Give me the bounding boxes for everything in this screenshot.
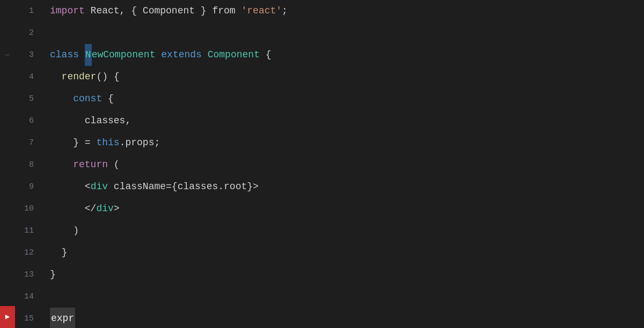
token: [155, 44, 161, 66]
line-num-11: 11: [23, 220, 34, 242]
line-num-6: 6: [23, 110, 34, 132]
line-num-5: 5: [23, 88, 34, 110]
autocomplete-typed: expr: [50, 308, 75, 328]
code-line-12: }: [50, 242, 644, 264]
token: Component: [208, 44, 260, 66]
line-num-2: 2: [23, 22, 34, 44]
token: React, { Component }: [85, 0, 213, 22]
token: this: [96, 132, 119, 154]
token: 'react': [241, 0, 282, 22]
token: [236, 0, 241, 22]
token: ewComponent: [92, 44, 156, 66]
gutter-13: [0, 262, 15, 284]
token: render: [62, 66, 97, 88]
code-line-9: <div className={classes.root}>: [50, 176, 644, 198]
gutter-12: [0, 241, 15, 263]
token: {: [102, 88, 114, 110]
line-num-12: 12: [23, 242, 34, 264]
code-line-4: render() {: [50, 66, 644, 88]
line-num-9: 9: [23, 176, 34, 198]
code-line-15[interactable]: expr: [50, 308, 644, 328]
code-line-7: } = this.props;: [50, 132, 644, 154]
code-line-1: import React, { Component } from 'react'…: [50, 0, 644, 22]
code-area[interactable]: import React, { Component } from 'react'…: [39, 0, 644, 328]
token: div: [96, 198, 113, 220]
gutter-4: [0, 66, 15, 88]
token: from: [212, 0, 235, 22]
gutter-15: ▶: [0, 306, 15, 328]
gutter-10: [0, 197, 15, 219]
token: {: [260, 44, 272, 66]
code-line-14: [50, 286, 644, 308]
token: [50, 286, 56, 308]
token: import: [50, 0, 85, 22]
token: extends: [161, 44, 202, 66]
line-num-7: 7: [23, 132, 34, 154]
gutter-6: [0, 109, 15, 131]
token: [79, 44, 85, 66]
line-num-13: 13: [23, 264, 34, 286]
line-num-3: 3: [23, 44, 34, 66]
token: className={classes.root}>: [108, 176, 259, 198]
token: [50, 66, 62, 88]
code-line-5: const {: [50, 88, 644, 110]
token: <: [50, 176, 91, 198]
token: .props;: [120, 132, 160, 154]
line-num-10: 10: [23, 198, 34, 220]
gutter-14: [0, 284, 15, 306]
code-line-6: classes,: [50, 110, 644, 132]
gutter-5: [0, 87, 15, 109]
code-line-2: [50, 22, 644, 44]
line-num-4: 4: [23, 66, 34, 88]
token: () {: [96, 66, 119, 88]
token: ): [50, 220, 79, 242]
line-num-15: 15: [23, 308, 34, 328]
line-numbers: 1 2 3 4 5 6 7 8 9 10 11 12 13 14 15: [15, 0, 39, 328]
token: } =: [50, 132, 96, 154]
line-num-1: 1: [23, 0, 34, 22]
gutter-2: [0, 22, 15, 44]
token: const: [73, 88, 102, 110]
gutter-3: —: [0, 44, 15, 66]
token: [50, 22, 56, 44]
token: [202, 44, 208, 66]
token: [50, 88, 73, 110]
line-num-14: 14: [23, 286, 34, 308]
gutter-9: [0, 175, 15, 197]
code-line-10: </div>: [50, 198, 644, 220]
gutter-11: [0, 219, 15, 241]
token: return: [73, 154, 108, 176]
gutter-1: [0, 0, 15, 22]
left-gutter: — ▶: [0, 0, 15, 328]
token: }: [50, 242, 67, 264]
editor: — ▶ 1 2 3 4 5 6 7 8 9 10 11 12 13 14 15 …: [0, 0, 644, 328]
gutter-8: [0, 153, 15, 175]
cursor: N: [85, 44, 92, 66]
token: classes,: [50, 110, 131, 132]
token: ;: [282, 0, 288, 22]
code-line-13: }: [50, 264, 644, 286]
token: div: [91, 176, 108, 198]
code-line-11: ): [50, 220, 644, 242]
token: (: [108, 154, 120, 176]
token: class: [50, 44, 79, 66]
line-num-8: 8: [23, 154, 34, 176]
token: }: [50, 264, 56, 286]
token: </: [50, 198, 96, 220]
code-line-3: class NewComponent extends Component {: [50, 44, 644, 66]
token: >: [114, 198, 120, 220]
code-line-8: return (: [50, 154, 644, 176]
gutter-7: [0, 131, 15, 153]
token: [50, 154, 73, 176]
